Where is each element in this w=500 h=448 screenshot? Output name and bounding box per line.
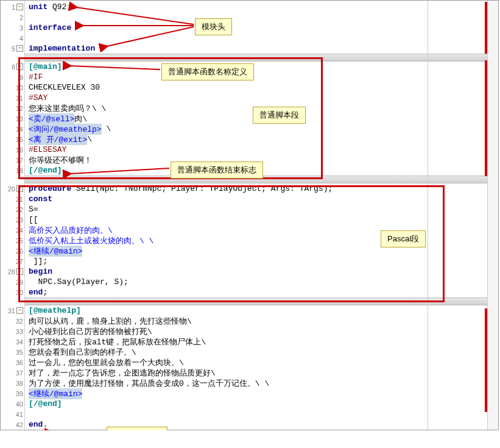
- line-number: 31: [4, 307, 15, 315]
- fold-toggle[interactable]: −: [16, 307, 23, 314]
- line-number: 23: [12, 216, 23, 224]
- label-script-section: 普通脚本段: [253, 107, 306, 124]
- line-number: 10: [12, 84, 23, 91]
- line-number: 30: [12, 289, 23, 296]
- line-number: 5: [4, 45, 15, 52]
- line-number: 34: [12, 338, 23, 346]
- line-number: 21: [12, 196, 23, 203]
- line-number: 25: [12, 237, 23, 244]
- line-number: 17: [12, 157, 23, 164]
- line-number: 29: [12, 279, 23, 286]
- line-number: 36: [12, 359, 23, 366]
- fold-toggle[interactable]: −: [16, 63, 23, 70]
- line-number: 2: [12, 14, 23, 21]
- line-number: 1: [4, 4, 15, 11]
- line-number: 28: [4, 268, 15, 276]
- change-marker: [485, 2, 487, 54]
- line-number: 33: [12, 328, 23, 335]
- line-number: 27: [12, 258, 23, 265]
- label-module-header: 模块头: [195, 18, 232, 35]
- line-number: 38: [12, 380, 23, 387]
- line-number: 40: [12, 400, 23, 408]
- change-marker: [485, 308, 487, 412]
- line-number: 35: [12, 349, 23, 356]
- line-number: 42: [12, 421, 23, 428]
- line-number: 39: [12, 390, 23, 397]
- line-number: 41: [12, 411, 23, 418]
- line-number: 20: [4, 185, 15, 193]
- line-number: 24: [12, 227, 23, 234]
- line-number: 22: [12, 206, 23, 213]
- change-marker: [485, 60, 487, 176]
- line-number: 12: [12, 105, 23, 112]
- label-func-name-def: 普通脚本函数名称定义: [161, 63, 254, 80]
- line-number: 9: [12, 74, 23, 81]
- fold-toggle[interactable]: −: [16, 185, 23, 192]
- fold-toggle[interactable]: −: [16, 4, 23, 10]
- label-func-end-marker: 普通脚本函数结束标志: [171, 162, 263, 179]
- label-pascal-section: Pascal段: [381, 230, 426, 247]
- margin-line: [428, 1, 428, 430]
- line-number: 32: [12, 318, 23, 325]
- line-number: 15: [12, 136, 23, 143]
- line-number: 26: [12, 247, 23, 255]
- line-number: 4: [12, 35, 23, 42]
- line-number: 37: [12, 369, 23, 377]
- line-number: 3: [12, 24, 23, 32]
- line-number: 18: [12, 167, 23, 174]
- gutter: 1− 2 3 4 5− 8− 9 10 11 12 13 14 15 16 17…: [1, 1, 25, 430]
- line-number: 13: [12, 115, 23, 123]
- line-number: 8: [4, 63, 15, 71]
- code-area[interactable]: unit Q92; interface implementation [@mai…: [25, 1, 498, 430]
- line-number: 14: [12, 126, 23, 133]
- fold-toggle[interactable]: −: [16, 268, 23, 275]
- fold-toggle[interactable]: −: [16, 45, 23, 52]
- line-number: 16: [12, 146, 23, 154]
- line-number: 11: [12, 94, 23, 102]
- label-unit-end-marker: 单元结束标志: [107, 427, 167, 430]
- scrollbar[interactable]: [487, 1, 498, 430]
